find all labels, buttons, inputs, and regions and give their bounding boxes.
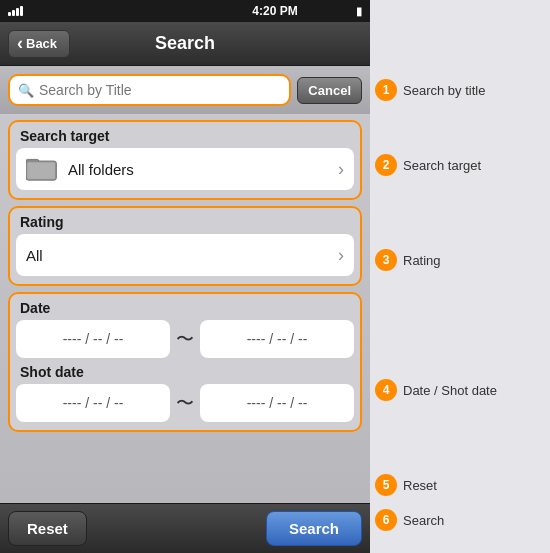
date-title: Date	[10, 294, 360, 320]
annotation-label-5: Reset	[403, 478, 437, 493]
annotation-5: 5 Reset	[375, 465, 540, 505]
annotation-3: 3 Rating	[375, 240, 540, 280]
rating-section: Rating All ›	[8, 206, 362, 286]
annotation-bubble-1: 1	[375, 79, 397, 101]
bar1	[8, 12, 11, 16]
search-target-section: Search target All folders ›	[8, 120, 362, 200]
bar4	[20, 6, 23, 16]
bottom-toolbar: Reset Search	[0, 503, 370, 553]
annotation-label-1: Search by title	[403, 83, 485, 98]
annotation-2: 2 Search target	[375, 145, 540, 185]
nav-title: Search	[155, 33, 215, 54]
rating-label: All	[26, 247, 338, 264]
content-area: Search target All folders › Rating All	[0, 114, 370, 503]
search-target-label: All folders	[68, 161, 338, 178]
annotation-bubble-2: 2	[375, 154, 397, 176]
annotation-bubble-5: 5	[375, 474, 397, 496]
annotation-bubble-4: 4	[375, 379, 397, 401]
search-input-wrapper[interactable]: 🔍	[8, 74, 291, 106]
rating-chevron: ›	[338, 245, 344, 266]
status-right: ▮	[356, 5, 362, 18]
search-target-title: Search target	[10, 122, 360, 148]
annotation-label-4: Date / Shot date	[403, 383, 497, 398]
folder-icon	[26, 156, 58, 182]
date-section-container: Date ---- / -- / -- 〜 ---- / -- / -- Sho…	[8, 292, 362, 432]
status-bar: 4:20 PM ▮	[0, 0, 370, 22]
bar2	[12, 10, 15, 16]
shot-date-to-input[interactable]: ---- / -- / --	[200, 384, 354, 422]
rating-title: Rating	[10, 208, 360, 234]
annotation-label-2: Search target	[403, 158, 481, 173]
shot-date-from-input[interactable]: ---- / -- / --	[16, 384, 170, 422]
search-button[interactable]: Search	[266, 511, 362, 546]
shot-date-row: ---- / -- / -- 〜 ---- / -- / --	[10, 384, 360, 422]
shot-date-tilde: 〜	[176, 391, 194, 415]
search-target-container: Search target All folders ›	[8, 120, 362, 200]
search-bar-row: 🔍 Cancel	[0, 66, 370, 114]
date-row: ---- / -- / -- 〜 ---- / -- / --	[10, 320, 360, 358]
signal-bars	[8, 6, 23, 16]
back-button[interactable]: Back	[8, 30, 70, 58]
date-to-input[interactable]: ---- / -- / --	[200, 320, 354, 358]
annotation-bubble-3: 3	[375, 249, 397, 271]
annotations-panel: 1 Search by title 2 Search target 3 Rati…	[370, 0, 550, 553]
nav-bar: Back Search	[0, 22, 370, 66]
status-left	[8, 6, 23, 16]
date-from-input[interactable]: ---- / -- / --	[16, 320, 170, 358]
search-input[interactable]	[39, 82, 281, 98]
reset-button[interactable]: Reset	[8, 511, 87, 546]
search-target-chevron: ›	[338, 159, 344, 180]
annotation-bubble-6: 6	[375, 509, 397, 531]
svg-rect-2	[27, 162, 56, 180]
date-tilde: 〜	[176, 327, 194, 351]
annotation-6: 6 Search	[375, 500, 540, 540]
shot-date-title: Shot date	[10, 358, 360, 384]
annotation-1: 1 Search by title	[375, 70, 540, 110]
date-section: Date ---- / -- / -- 〜 ---- / -- / -- Sho…	[8, 292, 362, 432]
annotation-label-6: Search	[403, 513, 444, 528]
rating-container: Rating All ›	[8, 206, 362, 286]
cancel-button[interactable]: Cancel	[297, 77, 362, 104]
bar3	[16, 8, 19, 16]
search-target-item[interactable]: All folders ›	[16, 148, 354, 190]
battery-icon: ▮	[356, 5, 362, 18]
phone-frame: 4:20 PM ▮ Back Search 🔍 Cancel Search ta…	[0, 0, 370, 553]
annotation-4: 4 Date / Shot date	[375, 370, 540, 410]
search-icon: 🔍	[18, 83, 34, 98]
annotation-label-3: Rating	[403, 253, 441, 268]
status-time: 4:20 PM	[252, 4, 297, 18]
rating-item[interactable]: All ›	[16, 234, 354, 276]
